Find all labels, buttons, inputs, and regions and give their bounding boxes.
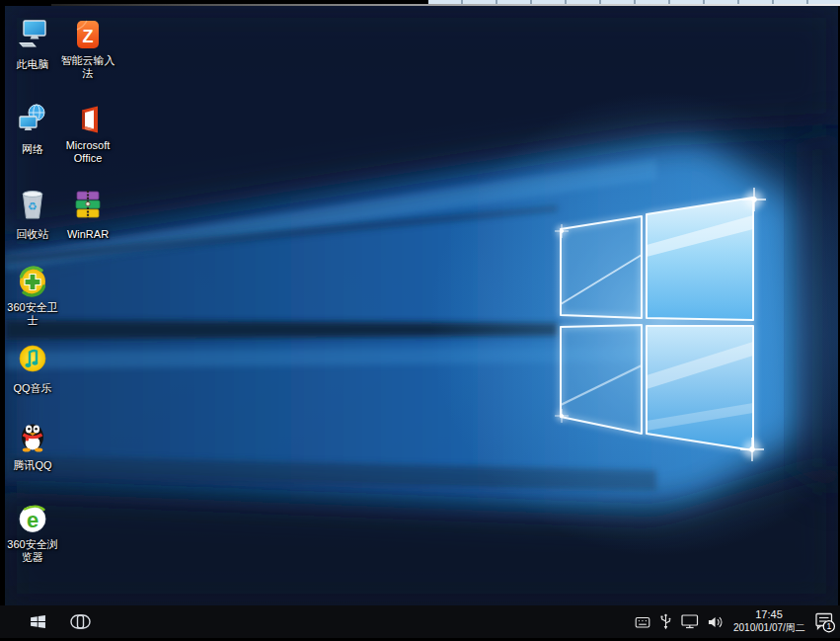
360-browser-icon: e (16, 502, 49, 535)
windows-start-icon (30, 613, 46, 630)
network-tray-icon[interactable] (681, 614, 699, 629)
screen: 此电脑 网络 ♻ 回收站 (0, 0, 840, 641)
desktop[interactable]: 此电脑 网络 ♻ 回收站 (5, 6, 838, 605)
svg-text:e: e (27, 508, 38, 532)
task-view-button[interactable] (68, 608, 92, 636)
desktop-icon-recycle-bin[interactable]: ♻ 回收站 (5, 188, 60, 242)
icon-label: Microsoft Office (60, 139, 115, 164)
ime-z-icon: Z (71, 18, 105, 51)
icon-label: 智能云输入法 (60, 54, 115, 79)
network-icon (16, 103, 49, 136)
desktop-icon-network[interactable]: 网络 (5, 103, 60, 157)
windows-hero-wallpaper (5, 6, 838, 605)
icon-label: 腾讯QQ (13, 459, 51, 472)
frame-titlebar-remnant (428, 0, 840, 4)
usb-icon[interactable] (659, 613, 672, 630)
taskbar-clock[interactable]: 17:45 2010/01/07/周二 (733, 608, 804, 634)
office-icon (71, 103, 105, 136)
desktop-icon-360-safe[interactable]: 360安全卫士 (5, 265, 60, 328)
icon-label: 回收站 (17, 228, 49, 241)
volume-icon[interactable] (708, 615, 725, 629)
desktop-icon-ime[interactable]: Z 智能云输入法 (60, 18, 115, 81)
desktop-icon-this-pc[interactable]: 此电脑 (5, 18, 60, 72)
icon-label: 此电脑 (17, 58, 49, 71)
ime-tray-icon[interactable] (635, 614, 650, 630)
qq-penguin-icon (16, 419, 49, 452)
desktop-icon-360-browser[interactable]: e 360安全浏览器 (5, 502, 60, 565)
notification-badge: 1 (826, 621, 831, 631)
desktop-icon-office[interactable]: Microsoft Office (60, 103, 115, 166)
frame-highlight-line (51, 4, 840, 6)
desktop-icon-qq-music[interactable]: QQ音乐 (5, 342, 60, 396)
icon-label: 360安全卫士 (5, 301, 60, 326)
svg-text:Z: Z (83, 27, 94, 46)
360-safe-icon (16, 265, 49, 298)
action-center-button[interactable]: 1 (813, 610, 836, 633)
svg-text:♻: ♻ (28, 200, 38, 213)
desktop-icon-qq[interactable]: 腾讯QQ (5, 419, 60, 473)
winrar-icon (71, 188, 105, 221)
qq-music-icon (16, 342, 49, 375)
desktop-icon-winrar[interactable]: WinRAR (60, 188, 115, 242)
clock-time: 17:45 (733, 608, 804, 622)
this-pc-icon (16, 18, 49, 51)
icon-label: 360安全浏览器 (5, 538, 60, 563)
icon-label: WinRAR (67, 228, 109, 241)
icon-label: QQ音乐 (13, 382, 51, 395)
icon-label: 网络 (22, 143, 43, 156)
start-button[interactable] (26, 608, 49, 636)
taskbar: 17:45 2010/01/07/周二 1 (0, 605, 840, 638)
recycle-bin-icon: ♻ (16, 188, 49, 221)
windows-logo (561, 198, 753, 450)
action-center-icon: 1 (813, 610, 836, 633)
clock-date: 2010/01/07/周二 (733, 622, 804, 635)
task-view-icon (70, 614, 91, 629)
